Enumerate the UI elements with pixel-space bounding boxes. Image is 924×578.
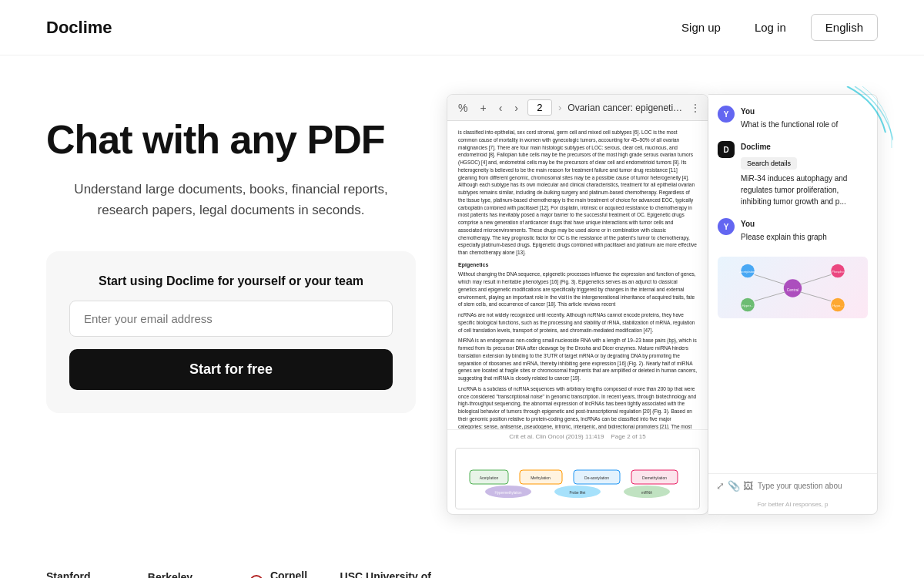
user-avatar-2: Y (718, 218, 735, 235)
page-input[interactable] (527, 99, 552, 116)
chat-message-1: Y You What is the functional role of (718, 106, 868, 130)
chat-sender-3: You (741, 218, 868, 230)
cornell-seal (249, 575, 263, 578)
zoom-out-button[interactable]: % (455, 100, 470, 116)
svg-line-27 (800, 291, 831, 301)
berkeley-logo: Berkeley UNIVERSITY OF CALIFORNIA (122, 570, 219, 578)
prev-page-button[interactable]: ‹ (496, 100, 506, 116)
pdf-viewer: % + ‹ › › Ovarian cancer: epigenetics, d… (447, 94, 708, 515)
site-header: Doclime Sign up Log in English (0, 0, 924, 55)
svg-line-26 (755, 291, 785, 301)
chat-bubble-2: Doclime Search details MiR-34 induces au… (741, 141, 868, 207)
svg-text:Acetylation: Acetylation (480, 476, 499, 480)
svg-text:Hypermethylation: Hypermethylation (494, 491, 522, 495)
svg-text:Central: Central (787, 287, 799, 291)
svg-text:Methylation: Methylation (531, 476, 551, 480)
start-button[interactable]: Start for free (69, 349, 393, 390)
svg-text:Hyper...: Hyper... (742, 304, 753, 307)
chat-text-3: Please explain this graph (741, 233, 827, 241)
pdf-menu-button[interactable]: ⋮ (691, 102, 700, 113)
chat-panel: Y You What is the functional role of D D… (708, 94, 878, 515)
chat-message-3: Y You Please explain this graph (718, 218, 868, 243)
search-details-button[interactable]: Search details (741, 157, 797, 170)
user-avatar-1: Y (718, 106, 735, 123)
right-section: % + ‹ › › Ovarian cancer: epigenetics, d… (447, 94, 878, 515)
logo: Doclime (46, 18, 112, 38)
pdf-page-info: Page 2 of 15 (611, 433, 645, 440)
image-icon[interactable]: 🖼 (743, 480, 753, 492)
login-button[interactable]: Log in (745, 15, 795, 40)
pdf-footer: Crit et al. Clin Oncol (2019) 11:419 Pag… (447, 429, 708, 443)
cta-label: Start using Doclime for yourself or your… (69, 274, 393, 288)
chat-text-2: MiR-34 induces autophagy and regulates t… (741, 173, 868, 207)
next-page-button[interactable]: › (511, 100, 521, 116)
svg-text:Phospho: Phospho (832, 270, 843, 274)
chat-hint: For better AI responses, p (708, 498, 877, 514)
chat-sender-2: Doclime (741, 141, 868, 153)
chat-input-field[interactable] (758, 482, 869, 490)
expand-icon[interactable]: ⤢ (716, 480, 725, 492)
signup-button[interactable]: Sign up (672, 15, 730, 40)
zoom-in-button[interactable]: + (477, 100, 489, 116)
chat-messages-list: Y You What is the functional role of D D… (708, 95, 877, 473)
left-section: Chat with any PDF Understand large docum… (46, 94, 416, 413)
language-button[interactable]: English (811, 14, 878, 41)
chat-input-icons: ⤢ 📎 🖼 (716, 480, 753, 492)
chat-bubble-3: You Please explain this graph (741, 218, 868, 243)
svg-text:De-acetylation: De-acetylation (584, 476, 609, 480)
svg-text:Hypo...: Hypo... (832, 304, 843, 307)
attach-icon[interactable]: 📎 (728, 480, 740, 492)
chat-sender-1: You (741, 106, 868, 117)
svg-text:miRNA: miRNA (641, 491, 652, 495)
svg-text:Demethylation: Demethylation (642, 476, 667, 480)
header-nav: Sign up Log in English (672, 14, 878, 41)
usc-logo: USC University of Southern California (340, 570, 431, 578)
chat-input-bar: ⤢ 📎 🖼 (708, 473, 877, 498)
page-divider: › (558, 102, 561, 113)
hero-title: Chat with any PDF (46, 117, 384, 163)
svg-line-25 (800, 274, 831, 284)
chat-text-1: What is the functional role of (741, 120, 838, 129)
pdf-text-content: is classified into epithelial, sex cord … (447, 121, 708, 429)
svg-text:Acetylation: Acetylation (739, 270, 756, 274)
email-input[interactable] (69, 301, 393, 337)
cornell-logo: Cornell University (249, 569, 309, 578)
pdf-citation: Crit et al. Clin Oncol (2019) 11:419 (509, 433, 604, 440)
main-content: Chat with any PDF Understand large docum… (0, 55, 924, 546)
hero-subtitle: Understand large documents, books, finan… (69, 179, 393, 220)
chat-bubble-1: You What is the functional role of (741, 106, 868, 130)
chat-message-2: D Doclime Search details MiR-34 induces … (718, 141, 868, 207)
stanford-logo: Stanford University (46, 570, 91, 578)
cta-box: Start using Doclime for yourself or your… (46, 251, 416, 413)
pdf-toolbar: % + ‹ › › Ovarian cancer: epigenetics, d… (447, 95, 708, 121)
svg-text:Probe Met: Probe Met (570, 491, 587, 495)
university-logos: Stanford University Berkeley UNIVERSITY … (0, 546, 924, 578)
pdf-title: Ovarian cancer: epigenetics, dr (567, 102, 685, 113)
pdf-chart-thumbnail: Acetylation Methylation De-acetylation D… (455, 448, 700, 509)
doclime-avatar-1: D (718, 141, 735, 158)
svg-line-24 (755, 274, 785, 284)
chat-graph-image: Central Acetylation Phospho Hyper... Hyp… (718, 257, 868, 318)
